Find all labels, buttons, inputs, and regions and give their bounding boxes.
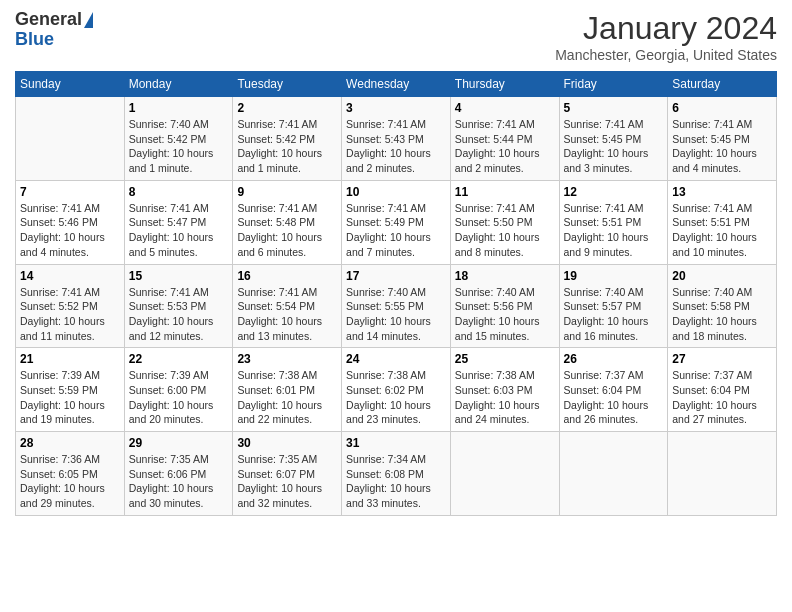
title-section: January 2024 Manchester, Georgia, United… — [555, 10, 777, 63]
calendar-cell: 26Sunrise: 7:37 AMSunset: 6:04 PMDayligh… — [559, 348, 668, 432]
day-number: 18 — [455, 269, 555, 283]
day-number: 20 — [672, 269, 772, 283]
day-number: 3 — [346, 101, 446, 115]
day-number: 1 — [129, 101, 229, 115]
day-number: 7 — [20, 185, 120, 199]
page-header: General Blue January 2024 Manchester, Ge… — [15, 10, 777, 63]
day-info: Sunrise: 7:38 AMSunset: 6:01 PMDaylight:… — [237, 368, 337, 427]
day-number: 29 — [129, 436, 229, 450]
calendar-cell: 14Sunrise: 7:41 AMSunset: 5:52 PMDayligh… — [16, 264, 125, 348]
calendar-day-header: Sunday — [16, 72, 125, 97]
day-info: Sunrise: 7:39 AMSunset: 5:59 PMDaylight:… — [20, 368, 120, 427]
calendar-cell: 3Sunrise: 7:41 AMSunset: 5:43 PMDaylight… — [342, 97, 451, 181]
day-number: 4 — [455, 101, 555, 115]
calendar-cell: 29Sunrise: 7:35 AMSunset: 6:06 PMDayligh… — [124, 432, 233, 516]
day-info: Sunrise: 7:40 AMSunset: 5:58 PMDaylight:… — [672, 285, 772, 344]
calendar-cell: 4Sunrise: 7:41 AMSunset: 5:44 PMDaylight… — [450, 97, 559, 181]
day-number: 24 — [346, 352, 446, 366]
day-info: Sunrise: 7:41 AMSunset: 5:52 PMDaylight:… — [20, 285, 120, 344]
day-info: Sunrise: 7:37 AMSunset: 6:04 PMDaylight:… — [564, 368, 664, 427]
calendar-cell: 15Sunrise: 7:41 AMSunset: 5:53 PMDayligh… — [124, 264, 233, 348]
calendar-cell: 11Sunrise: 7:41 AMSunset: 5:50 PMDayligh… — [450, 180, 559, 264]
day-number: 30 — [237, 436, 337, 450]
day-number: 28 — [20, 436, 120, 450]
calendar-cell: 18Sunrise: 7:40 AMSunset: 5:56 PMDayligh… — [450, 264, 559, 348]
month-title: January 2024 — [555, 10, 777, 47]
day-info: Sunrise: 7:36 AMSunset: 6:05 PMDaylight:… — [20, 452, 120, 511]
day-info: Sunrise: 7:37 AMSunset: 6:04 PMDaylight:… — [672, 368, 772, 427]
day-number: 12 — [564, 185, 664, 199]
day-info: Sunrise: 7:35 AMSunset: 6:07 PMDaylight:… — [237, 452, 337, 511]
calendar-week-row: 1Sunrise: 7:40 AMSunset: 5:42 PMDaylight… — [16, 97, 777, 181]
day-info: Sunrise: 7:41 AMSunset: 5:48 PMDaylight:… — [237, 201, 337, 260]
day-number: 21 — [20, 352, 120, 366]
calendar-cell: 1Sunrise: 7:40 AMSunset: 5:42 PMDaylight… — [124, 97, 233, 181]
day-number: 14 — [20, 269, 120, 283]
day-number: 10 — [346, 185, 446, 199]
day-info: Sunrise: 7:41 AMSunset: 5:54 PMDaylight:… — [237, 285, 337, 344]
day-number: 8 — [129, 185, 229, 199]
day-info: Sunrise: 7:40 AMSunset: 5:56 PMDaylight:… — [455, 285, 555, 344]
calendar-table: SundayMondayTuesdayWednesdayThursdayFrid… — [15, 71, 777, 516]
day-number: 6 — [672, 101, 772, 115]
logo-text: General — [15, 10, 93, 30]
calendar-cell: 20Sunrise: 7:40 AMSunset: 5:58 PMDayligh… — [668, 264, 777, 348]
day-info: Sunrise: 7:41 AMSunset: 5:53 PMDaylight:… — [129, 285, 229, 344]
calendar-week-row: 28Sunrise: 7:36 AMSunset: 6:05 PMDayligh… — [16, 432, 777, 516]
calendar-day-header: Tuesday — [233, 72, 342, 97]
day-number: 15 — [129, 269, 229, 283]
day-info: Sunrise: 7:41 AMSunset: 5:49 PMDaylight:… — [346, 201, 446, 260]
calendar-cell: 9Sunrise: 7:41 AMSunset: 5:48 PMDaylight… — [233, 180, 342, 264]
calendar-cell: 30Sunrise: 7:35 AMSunset: 6:07 PMDayligh… — [233, 432, 342, 516]
calendar-week-row: 7Sunrise: 7:41 AMSunset: 5:46 PMDaylight… — [16, 180, 777, 264]
calendar-cell: 17Sunrise: 7:40 AMSunset: 5:55 PMDayligh… — [342, 264, 451, 348]
calendar-cell: 13Sunrise: 7:41 AMSunset: 5:51 PMDayligh… — [668, 180, 777, 264]
calendar-cell: 27Sunrise: 7:37 AMSunset: 6:04 PMDayligh… — [668, 348, 777, 432]
day-number: 25 — [455, 352, 555, 366]
day-info: Sunrise: 7:40 AMSunset: 5:57 PMDaylight:… — [564, 285, 664, 344]
day-info: Sunrise: 7:41 AMSunset: 5:44 PMDaylight:… — [455, 117, 555, 176]
day-number: 9 — [237, 185, 337, 199]
day-info: Sunrise: 7:39 AMSunset: 6:00 PMDaylight:… — [129, 368, 229, 427]
day-number: 16 — [237, 269, 337, 283]
calendar-day-header: Saturday — [668, 72, 777, 97]
day-info: Sunrise: 7:41 AMSunset: 5:50 PMDaylight:… — [455, 201, 555, 260]
calendar-cell: 28Sunrise: 7:36 AMSunset: 6:05 PMDayligh… — [16, 432, 125, 516]
calendar-cell: 22Sunrise: 7:39 AMSunset: 6:00 PMDayligh… — [124, 348, 233, 432]
calendar-cell — [450, 432, 559, 516]
day-info: Sunrise: 7:40 AMSunset: 5:55 PMDaylight:… — [346, 285, 446, 344]
calendar-cell: 19Sunrise: 7:40 AMSunset: 5:57 PMDayligh… — [559, 264, 668, 348]
calendar-cell: 12Sunrise: 7:41 AMSunset: 5:51 PMDayligh… — [559, 180, 668, 264]
day-info: Sunrise: 7:38 AMSunset: 6:02 PMDaylight:… — [346, 368, 446, 427]
day-number: 31 — [346, 436, 446, 450]
day-number: 26 — [564, 352, 664, 366]
day-number: 13 — [672, 185, 772, 199]
day-info: Sunrise: 7:41 AMSunset: 5:46 PMDaylight:… — [20, 201, 120, 260]
calendar-cell — [16, 97, 125, 181]
calendar-day-header: Friday — [559, 72, 668, 97]
day-number: 23 — [237, 352, 337, 366]
calendar-week-row: 14Sunrise: 7:41 AMSunset: 5:52 PMDayligh… — [16, 264, 777, 348]
day-info: Sunrise: 7:41 AMSunset: 5:42 PMDaylight:… — [237, 117, 337, 176]
calendar-cell: 25Sunrise: 7:38 AMSunset: 6:03 PMDayligh… — [450, 348, 559, 432]
day-number: 22 — [129, 352, 229, 366]
calendar-day-header: Wednesday — [342, 72, 451, 97]
calendar-week-row: 21Sunrise: 7:39 AMSunset: 5:59 PMDayligh… — [16, 348, 777, 432]
day-info: Sunrise: 7:41 AMSunset: 5:51 PMDaylight:… — [672, 201, 772, 260]
calendar-cell: 23Sunrise: 7:38 AMSunset: 6:01 PMDayligh… — [233, 348, 342, 432]
day-info: Sunrise: 7:34 AMSunset: 6:08 PMDaylight:… — [346, 452, 446, 511]
calendar-cell: 21Sunrise: 7:39 AMSunset: 5:59 PMDayligh… — [16, 348, 125, 432]
calendar-cell: 2Sunrise: 7:41 AMSunset: 5:42 PMDaylight… — [233, 97, 342, 181]
calendar-cell: 10Sunrise: 7:41 AMSunset: 5:49 PMDayligh… — [342, 180, 451, 264]
day-info: Sunrise: 7:38 AMSunset: 6:03 PMDaylight:… — [455, 368, 555, 427]
calendar-header-row: SundayMondayTuesdayWednesdayThursdayFrid… — [16, 72, 777, 97]
calendar-cell: 5Sunrise: 7:41 AMSunset: 5:45 PMDaylight… — [559, 97, 668, 181]
day-number: 11 — [455, 185, 555, 199]
calendar-day-header: Monday — [124, 72, 233, 97]
day-info: Sunrise: 7:41 AMSunset: 5:51 PMDaylight:… — [564, 201, 664, 260]
calendar-cell: 6Sunrise: 7:41 AMSunset: 5:45 PMDaylight… — [668, 97, 777, 181]
day-info: Sunrise: 7:41 AMSunset: 5:47 PMDaylight:… — [129, 201, 229, 260]
day-info: Sunrise: 7:40 AMSunset: 5:42 PMDaylight:… — [129, 117, 229, 176]
logo: General Blue — [15, 10, 93, 50]
calendar-cell: 16Sunrise: 7:41 AMSunset: 5:54 PMDayligh… — [233, 264, 342, 348]
